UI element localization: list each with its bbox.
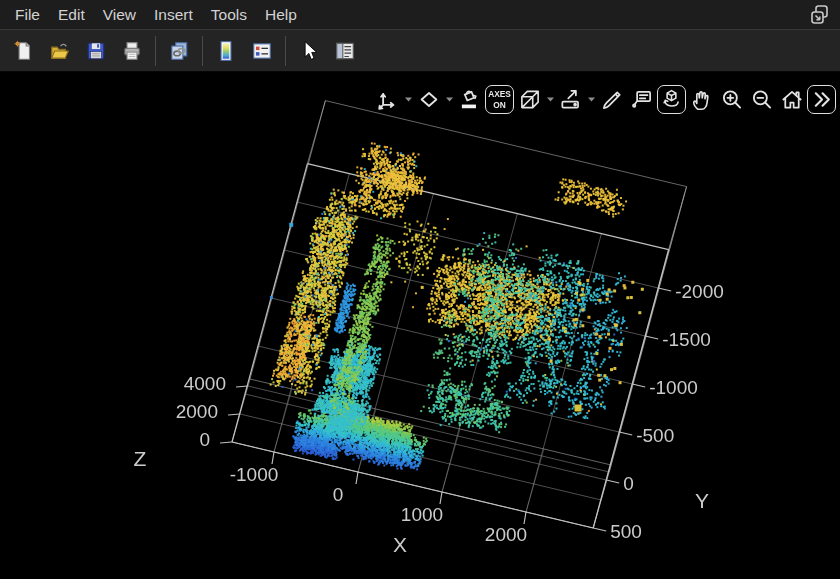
chevron-down-icon — [546, 95, 555, 104]
axes-toolbar: AXES ON — [373, 85, 836, 114]
property-inspector-button[interactable] — [327, 34, 363, 68]
export-button[interactable] — [556, 85, 585, 114]
diamond-icon — [416, 87, 442, 113]
double-chevron-right-icon — [809, 87, 834, 112]
toolbar-separator — [202, 36, 203, 66]
brush-icon — [599, 87, 625, 113]
menu-view[interactable]: View — [94, 2, 145, 28]
menu-edit[interactable]: Edit — [49, 2, 94, 28]
toolbar-separator — [155, 36, 156, 66]
zoom-in-button[interactable] — [717, 85, 746, 114]
new-document-icon — [13, 40, 35, 62]
axes-on-text-2: ON — [493, 100, 506, 110]
datatip-icon — [629, 87, 655, 113]
paint-bucket-icon — [457, 87, 483, 113]
axes-on-toggle-button[interactable]: AXES ON — [485, 85, 514, 114]
chevron-down-icon — [587, 95, 596, 104]
figure-area: AXES ON — [0, 72, 840, 579]
edit-plot-button[interactable] — [291, 34, 327, 68]
menu-help[interactable]: Help — [256, 2, 306, 28]
zoom-in-icon — [719, 87, 745, 113]
axes-triad-button[interactable] — [373, 85, 402, 114]
export-icon — [558, 87, 584, 113]
matlab-figure-window: File Edit View Insert Tools Help — [0, 0, 840, 579]
pop-out-icon — [808, 3, 832, 27]
pointer-cursor-icon — [298, 40, 320, 62]
brush-button[interactable] — [597, 85, 626, 114]
insert-legend-button[interactable] — [244, 34, 280, 68]
chevron-down-icon — [404, 95, 413, 104]
link-plot-button[interactable] — [161, 34, 197, 68]
background-color-button[interactable] — [455, 85, 484, 114]
axes-on-text-1: AXES — [488, 89, 511, 99]
projection-caret[interactable] — [545, 85, 555, 114]
zoom-out-icon — [749, 87, 775, 113]
export-caret[interactable] — [586, 85, 596, 114]
datatip-button[interactable] — [627, 85, 656, 114]
point-cloud-plot-canvas[interactable] — [0, 72, 840, 579]
chevron-down-icon — [445, 95, 454, 104]
figure-toolbar — [0, 30, 840, 72]
menu-insert[interactable]: Insert — [145, 2, 202, 28]
projection-button[interactable] — [515, 85, 544, 114]
restore-view-button[interactable] — [777, 85, 806, 114]
link-plot-icon — [168, 40, 190, 62]
pan-button[interactable] — [687, 85, 716, 114]
projection-cube-icon — [517, 87, 543, 113]
open-folder-icon — [49, 40, 71, 62]
new-figure-button[interactable] — [6, 34, 42, 68]
zoom-out-button[interactable] — [747, 85, 776, 114]
axes-triad-caret[interactable] — [403, 85, 413, 114]
axes-triad-icon — [375, 87, 401, 113]
open-file-button[interactable] — [42, 34, 78, 68]
pan-hand-icon — [689, 87, 715, 113]
menu-bar: File Edit View Insert Tools Help — [0, 0, 840, 30]
rotate-3d-button[interactable] — [657, 85, 686, 114]
print-figure-button[interactable] — [114, 34, 150, 68]
property-inspector-icon — [334, 40, 356, 62]
menu-file[interactable]: File — [6, 2, 49, 28]
toolbar-separator — [285, 36, 286, 66]
save-floppy-icon — [85, 40, 107, 62]
printer-icon — [121, 40, 143, 62]
save-figure-button[interactable] — [78, 34, 114, 68]
pop-out-window-button[interactable] — [806, 2, 834, 28]
menu-tools[interactable]: Tools — [202, 2, 256, 28]
pan-diamond-caret[interactable] — [444, 85, 454, 114]
more-tools-button[interactable] — [807, 85, 836, 114]
insert-colorbar-button[interactable] — [208, 34, 244, 68]
pan-diamond-button[interactable] — [414, 85, 443, 114]
home-icon — [779, 87, 805, 113]
axes-on-icon: AXES ON — [487, 87, 512, 112]
legend-icon — [251, 40, 273, 62]
colorbar-icon — [215, 40, 237, 62]
rotate-3d-icon — [659, 87, 684, 112]
